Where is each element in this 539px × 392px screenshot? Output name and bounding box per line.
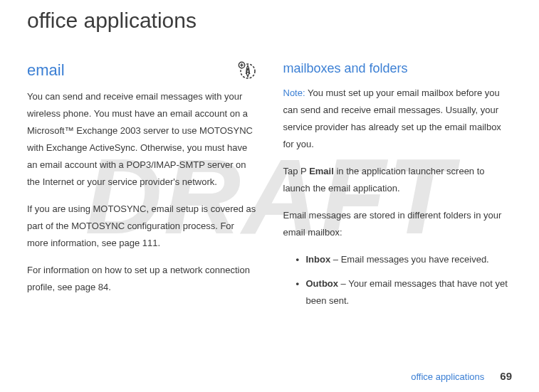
launch-pre: Tap P [283,166,310,176]
inbox-text: – Email messages you have received. [330,254,489,265]
folders-intro-paragraph: Email messages are stored in different f… [283,207,513,241]
note-paragraph: Note: You must set up your email mailbox… [283,85,513,153]
outbox-label: Outbox [306,278,339,289]
footer-page-number: 69 [500,370,512,382]
two-column-layout: email A You can send and receive email m… [27,61,512,317]
email-paragraph-3: For information on how to set up a netwo… [27,262,256,296]
email-paragraph-2: If you are using MOTOSYNC, email setup i… [27,201,256,252]
email-paragraph-1: You can send and receive email messages … [27,88,256,191]
email-heading: email [27,61,65,80]
right-column: mailboxes and folders Note: You must set… [283,61,513,317]
page-footer: office applications 69 [411,370,512,382]
note-label: Note: [283,88,305,98]
inbox-label: Inbox [306,254,331,265]
world-plus-icon: A [238,61,256,80]
note-text: You must set up your email mailbox befor… [283,88,501,149]
folder-list: Inbox – Email messages you have received… [283,251,513,309]
mailboxes-heading: mailboxes and folders [283,61,513,76]
email-app-name: Email [309,166,334,176]
page-title: office applications [27,9,512,33]
launch-email-paragraph: Tap P Email in the application launcher … [283,163,513,197]
list-item: Outbox – Your email messages that have n… [296,275,513,309]
left-column: email A You can send and receive email m… [27,61,256,317]
footer-section-name: office applications [411,371,484,382]
list-item: Inbox – Email messages you have received… [296,251,513,268]
svg-text:A: A [245,68,250,75]
